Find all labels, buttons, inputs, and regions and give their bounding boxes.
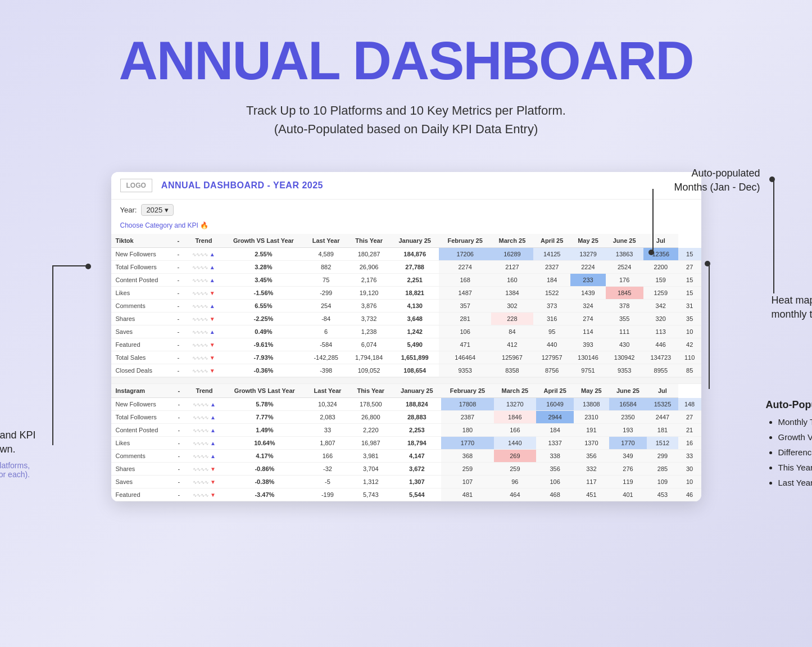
trend-cell: ∿∿∿∿ ▲ xyxy=(185,248,223,261)
mar-cell: 95 xyxy=(533,325,570,338)
may-cell: 2524 xyxy=(606,261,643,274)
last-year-cell: 1,794,184 xyxy=(347,351,391,364)
diff-cell: 1,807 xyxy=(306,437,350,450)
this-year-cell: 28,883 xyxy=(392,411,441,424)
annotation-select-sub: (Supports up to 10 platforms,and 10 key … xyxy=(0,461,52,479)
annotation-months-dot xyxy=(648,250,654,255)
trend-cell: ∿∿∿∿ ▲ xyxy=(185,398,223,411)
kpi-label: Comments xyxy=(111,300,172,313)
apr-cell: 9751 xyxy=(570,364,605,377)
annotation-auto-populated: Auto-Populated: Monthly Trendline Growth… xyxy=(766,399,813,490)
last-year-cell: 16,987 xyxy=(349,437,392,450)
jul-cell: 15 xyxy=(678,287,701,300)
trend-sparkline: ∿∿∿∿ xyxy=(192,316,208,322)
trend-sparkline: ∿∿∿∿ xyxy=(193,492,208,498)
table-row: Content Posted - ∿∿∿∿ ▲ 1.49% 33 2,220 2… xyxy=(111,424,701,437)
feb-cell: 269 xyxy=(494,450,537,463)
col-dash-ig: - xyxy=(173,384,185,398)
kpi-label: Closed Deals xyxy=(111,364,172,377)
kpi-label: Content Posted xyxy=(111,424,173,437)
col-apr: April 25 xyxy=(533,234,570,248)
table-row: Total Sales - ∿∿∿∿ ▼ -7.93% -142,285 1,7… xyxy=(111,351,701,364)
growth-cell: -0.86% xyxy=(223,463,306,476)
apr-cell: 332 xyxy=(574,463,609,476)
trend-sparkline: ∿∿∿∿ xyxy=(193,428,208,433)
jan-cell: 1770 xyxy=(441,437,493,450)
kpi-label: Comments xyxy=(111,450,173,463)
jun-cell: 342 xyxy=(643,300,678,313)
mar-cell: 184 xyxy=(536,424,574,437)
jun-cell: 299 xyxy=(647,450,678,463)
annotation-auto-list: Monthly Trendline Growth Vs Last Year, D… xyxy=(766,414,813,490)
may-cell: 119 xyxy=(609,476,647,488)
jan-cell: 481 xyxy=(441,488,493,501)
auto-item-3: Difference from Last Year xyxy=(778,445,813,460)
trend-sparkline: ∿∿∿∿ xyxy=(192,342,208,348)
col-mar: March 25 xyxy=(491,234,533,248)
arrow-up-icon: ▲ xyxy=(210,427,216,433)
jun-cell: 1259 xyxy=(643,287,678,300)
trend-sparkline: ∿∿∿∿ xyxy=(193,454,208,459)
jun-cell: 134723 xyxy=(643,351,678,364)
arrow-up-icon: ▲ xyxy=(210,277,215,283)
jun-cell: 320 xyxy=(643,313,678,325)
this-year-cell: 5,544 xyxy=(392,488,441,501)
trend-cell: ∿∿∿∿ ▼ xyxy=(185,488,223,501)
jul-cell: 27 xyxy=(678,261,701,274)
col-mar-ig: March 25 xyxy=(494,384,537,398)
annotation-select-vline xyxy=(52,265,53,445)
trend-cell: ∿∿∿∿ ▼ xyxy=(185,338,223,351)
arrow-down-icon: ▼ xyxy=(210,368,215,374)
last-year-cell: 109,052 xyxy=(347,364,391,377)
diff-cell: 254 xyxy=(305,300,347,313)
arrow-up-icon: ▲ xyxy=(210,440,216,446)
table-row: Saves - ∿∿∿∿ ▲ 0.49% 6 1,238 1,242 106 8… xyxy=(111,325,701,338)
this-year-cell: 5,490 xyxy=(391,338,439,351)
col-jun: June 25 xyxy=(606,234,643,248)
apr-cell: 130146 xyxy=(570,351,605,364)
jun-cell: 181 xyxy=(647,424,678,437)
dash-cell: - xyxy=(172,274,185,287)
growth-cell: 6.55% xyxy=(223,300,305,313)
arrow-down-icon: ▼ xyxy=(210,466,216,472)
dashboard-area: Auto-populatedMonths (Jan - Dec) LOGO AN… xyxy=(69,172,743,501)
growth-cell: -2.25% xyxy=(223,313,305,325)
last-year-cell: 5,743 xyxy=(349,488,392,501)
arrow-down-icon: ▼ xyxy=(210,290,215,296)
growth-cell: -1.56% xyxy=(223,287,305,300)
this-year-cell: 108,654 xyxy=(391,364,439,377)
jan-cell: 146464 xyxy=(439,351,491,364)
annotation-select-text: Select Platform and KPIfrom the dropdown… xyxy=(0,428,52,456)
kpi-label: Saves xyxy=(111,325,172,338)
col-last-year-ig: Last Year xyxy=(306,384,350,398)
jun-cell: 109 xyxy=(647,476,678,488)
may-cell: 16584 xyxy=(609,398,647,411)
platform-header-instagram: Instagram xyxy=(111,384,173,398)
auto-item-5: Last Year Total xyxy=(778,475,813,490)
trend-sparkline: ∿∿∿∿ xyxy=(193,467,208,472)
trend-cell: ∿∿∿∿ ▲ xyxy=(185,325,223,338)
growth-cell: 3.45% xyxy=(223,274,305,287)
dash-cell: - xyxy=(172,351,185,364)
last-year-cell: 2,220 xyxy=(349,424,392,437)
kpi-label: Shares xyxy=(111,313,172,325)
apr-cell: 324 xyxy=(570,300,605,313)
jan-cell: 168 xyxy=(439,274,491,287)
trend-sparkline: ∿∿∿∿ xyxy=(192,329,208,335)
apr-cell: 1370 xyxy=(574,437,609,450)
trend-cell: ∿∿∿∿ ▼ xyxy=(185,287,223,300)
col-last-year: Last Year xyxy=(305,234,347,248)
jul-cell: 15 xyxy=(678,248,701,261)
auto-item-2: Growth Vs Last Year, xyxy=(778,429,813,445)
feb-cell: 84 xyxy=(491,325,533,338)
jun-cell: 159 xyxy=(643,274,678,287)
arrow-down-icon: ▼ xyxy=(210,479,216,485)
feb-cell: 1846 xyxy=(494,411,537,424)
trend-sparkline: ∿∿∿∿ xyxy=(193,479,208,485)
growth-cell: 1.49% xyxy=(223,424,306,437)
jan-cell: 357 xyxy=(439,300,491,313)
year-badge[interactable]: 2025 ▾ xyxy=(141,204,174,216)
col-jan-ig: January 25 xyxy=(392,384,441,398)
feb-cell: 8358 xyxy=(491,364,533,377)
arrow-down-icon: ▼ xyxy=(210,342,215,348)
